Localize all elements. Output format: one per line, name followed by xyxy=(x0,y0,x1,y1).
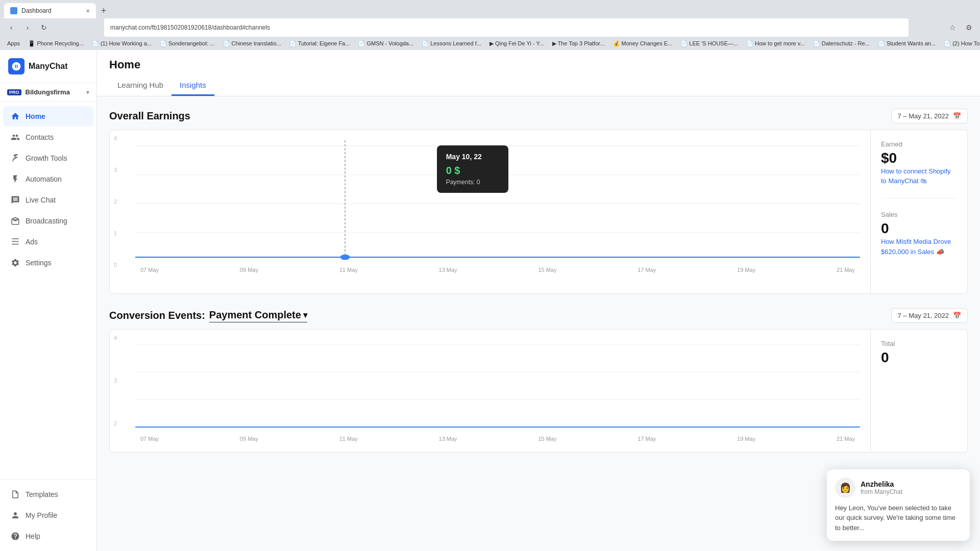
bookmark-13[interactable]: 📄 Datenschutz - Re... xyxy=(810,39,873,48)
tab-favicon xyxy=(10,7,17,14)
sidebar-item-contacts-label: Contacts xyxy=(26,133,54,141)
sidebar-item-automation[interactable]: Automation xyxy=(3,169,93,189)
conversion-y-axis-labels: 4 3 2 xyxy=(110,335,121,427)
earnings-chart-sidebar: Earned $0 How to connect Shopify to Many… xyxy=(870,130,967,293)
bookmark-5[interactable]: 📄 Tutorial: Eigene Fa... xyxy=(286,39,353,48)
conversion-chart-area: 4 3 2 07 May 09 M xyxy=(110,330,870,452)
misfit-link[interactable]: How Misfit Media Drove $620,000 in Sales… xyxy=(881,238,951,255)
tab-close-button[interactable]: ✕ xyxy=(86,8,90,14)
sidebar-item-contacts[interactable]: Contacts xyxy=(3,127,93,147)
tab-learning-hub[interactable]: Learning Hub xyxy=(109,76,172,96)
conversion-event-dropdown[interactable]: Payment Complete ▾ xyxy=(209,309,307,322)
my-profile-icon xyxy=(10,510,20,520)
bookmark-14[interactable]: 📄 Student Wants an... xyxy=(875,39,939,48)
metric-divider-1 xyxy=(881,198,957,198)
new-tab-button[interactable]: + xyxy=(96,3,111,18)
chat-avatar: 👩 xyxy=(835,478,855,498)
tooltip-payments: Payments: 0 xyxy=(446,179,499,186)
tab-insights[interactable]: Insights xyxy=(172,76,214,96)
bookmark-9[interactable]: ▶ The Top 3 Platfor... xyxy=(549,39,608,48)
extensions-button[interactable]: ⚙ xyxy=(962,20,976,35)
dropdown-chevron-icon: ▾ xyxy=(303,310,307,320)
total-metric: Total 0 xyxy=(881,340,957,366)
contacts-icon xyxy=(10,132,20,142)
bookmark-11[interactable]: 📄 LEE 'S HOUSE—... xyxy=(677,39,741,48)
earnings-title: Overall Earnings xyxy=(109,110,190,122)
conversion-chart-container: 4 3 2 07 May 09 M xyxy=(109,329,968,453)
earnings-section: Overall Earnings 7 – May 21, 2022 📅 4 3 … xyxy=(109,109,968,294)
bookmark-button[interactable]: ☆ xyxy=(945,20,960,35)
nav-items: Home Contacts Growth Tools Automation xyxy=(0,102,96,479)
bookmark-2[interactable]: 📄 (1) How Working a... xyxy=(89,39,155,48)
sidebar-item-live-chat[interactable]: Live Chat xyxy=(3,190,93,210)
bookmark-7[interactable]: 📄 Lessons Learned f... xyxy=(419,39,484,48)
earnings-date-range: 7 – May 21, 2022 xyxy=(898,112,949,120)
earnings-header: Overall Earnings 7 – May 21, 2022 📅 xyxy=(109,109,968,123)
shopify-link[interactable]: How to connect Shopify to ManyChat 🛍 xyxy=(881,167,951,185)
sidebar-logo: ManyChat xyxy=(0,50,96,83)
logo-icon xyxy=(8,58,24,74)
conversion-chart-sidebar: Total 0 xyxy=(870,330,967,452)
bookmark-12[interactable]: 📄 How to get more v... xyxy=(743,39,808,48)
earnings-date-picker[interactable]: 7 – May 21, 2022 📅 xyxy=(891,109,968,123)
sidebar-item-my-profile[interactable]: My Profile xyxy=(3,505,93,525)
bookmark-4[interactable]: 📄 Chinese translatio... xyxy=(220,39,284,48)
sidebar-item-broadcasting[interactable]: Broadcasting xyxy=(3,211,93,231)
tab-label: Dashboard xyxy=(21,7,52,14)
bookmark-1[interactable]: 📱 Phone Recycling... xyxy=(25,39,87,48)
account-switcher[interactable]: PRO Bildungsfirma ▾ xyxy=(0,83,96,102)
main-header: Home Learning Hub Insights xyxy=(97,50,980,96)
bookmark-8[interactable]: ▶ Qing Fei De Yi - Y... xyxy=(486,39,547,48)
browser-tab[interactable]: Dashboard ✕ xyxy=(4,3,96,18)
forward-button[interactable]: › xyxy=(20,20,35,35)
bookmark-15[interactable]: 📄 (2) How To Add A... xyxy=(941,39,980,48)
bookmark-apps[interactable]: Apps xyxy=(4,39,23,47)
chat-identity: Anzhelika from ManyChat xyxy=(861,480,902,495)
logo-text: ManyChat xyxy=(29,62,67,71)
tooltip-amount: 0 $ xyxy=(446,165,499,177)
url-text: manychat.com/fb198150208192061​8/dashboa… xyxy=(110,24,270,31)
settings-icon xyxy=(10,258,20,268)
sidebar-item-growth-tools[interactable]: Growth Tools xyxy=(3,148,93,168)
growth-tools-icon xyxy=(10,153,20,163)
chat-message-text: Hey Leon, You've been selected to take o… xyxy=(835,503,962,533)
earned-metric: Earned $0 How to connect Shopify to Many… xyxy=(881,140,957,186)
conversion-header: Conversion Events: Payment Complete ▾ 7 … xyxy=(109,308,968,323)
conversion-label: Conversion Events: xyxy=(109,310,205,321)
live-chat-icon xyxy=(10,195,20,205)
bookmark-6[interactable]: 📄 GMSN - Vologda... xyxy=(355,39,416,48)
address-bar[interactable]: manychat.com/fb198150208192061​8/dashboa… xyxy=(104,18,909,37)
chat-bubble[interactable]: 👩 Anzhelika from ManyChat Hey Leon, You'… xyxy=(827,469,970,541)
back-button[interactable]: ‹ xyxy=(4,20,18,35)
sidebar-item-my-profile-label: My Profile xyxy=(26,511,57,519)
sidebar-item-home[interactable]: Home xyxy=(3,106,93,127)
sidebar-item-settings-label: Settings xyxy=(26,259,52,267)
conversion-header-left: Conversion Events: Payment Complete ▾ xyxy=(109,309,307,322)
sidebar-item-help[interactable]: Help xyxy=(3,526,93,546)
x-axis-labels: 07 May 09 May 11 May 13 May 15 May 17 Ma… xyxy=(135,267,860,273)
total-value: 0 xyxy=(881,349,957,366)
automation-icon xyxy=(10,174,20,184)
tooltip-date: May 10, 22 xyxy=(446,153,499,161)
account-name: Bildungsfirma xyxy=(26,88,82,96)
sidebar-item-ads-label: Ads xyxy=(26,238,38,246)
bookmark-10[interactable]: 💰 Money Changes E... xyxy=(610,39,676,48)
conversion-chart-svg xyxy=(135,340,860,432)
page-title: Home xyxy=(109,50,968,76)
sidebar-item-ads[interactable]: Ads xyxy=(3,232,93,252)
total-label: Total xyxy=(881,340,957,347)
sidebar-item-help-label: Help xyxy=(26,532,40,540)
sidebar-item-growth-tools-label: Growth Tools xyxy=(26,154,67,162)
svg-point-6 xyxy=(340,255,350,260)
sidebar-item-templates[interactable]: Templates xyxy=(3,484,93,505)
sidebar-item-settings[interactable]: Settings xyxy=(3,253,93,273)
sidebar: ManyChat PRO Bildungsfirma ▾ Home Contac… xyxy=(0,50,97,551)
bookmark-3[interactable]: 📄 Sonderangebot: ... xyxy=(157,39,218,48)
broadcasting-icon xyxy=(10,216,20,226)
sidebar-item-templates-label: Templates xyxy=(26,490,58,498)
calendar-icon: 📅 xyxy=(953,112,961,120)
chat-bubble-header: 👩 Anzhelika from ManyChat xyxy=(835,478,962,498)
y-axis-labels: 4 3 2 1 0 xyxy=(110,135,121,268)
reload-button[interactable]: ↻ xyxy=(37,20,51,35)
conversion-date-picker[interactable]: 7 – May 21, 2022 📅 xyxy=(891,308,968,323)
